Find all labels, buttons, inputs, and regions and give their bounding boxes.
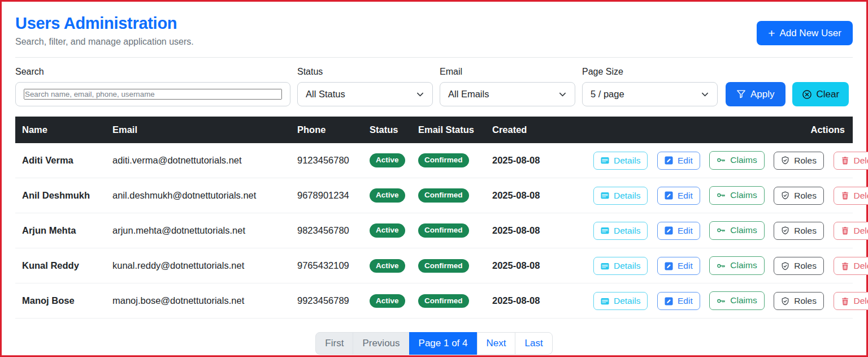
details-button[interactable]: Details	[593, 292, 648, 311]
edit-label: Edit	[678, 226, 693, 236]
row-actions: Details Edit Claims Roles Delete	[580, 283, 853, 319]
row-actions: Details Edit Claims Roles Delete	[580, 213, 853, 248]
user-created-date: 2025-08-08	[485, 213, 580, 248]
user-phone: 9123456780	[290, 143, 363, 178]
edit-label: Edit	[678, 296, 693, 307]
roles-label: Roles	[794, 296, 817, 307]
page-size-select[interactable]: 5 / page	[582, 82, 718, 106]
pagination-item-page-1-of-4[interactable]: Page 1 of 4	[409, 332, 478, 355]
card-text-icon	[601, 297, 609, 306]
users-table: Name Email Phone Status Email Status Cre…	[15, 117, 853, 319]
status-selected-value: All Status	[306, 89, 345, 100]
edit-button[interactable]: Edit	[657, 257, 700, 276]
search-control	[15, 82, 290, 106]
roles-button[interactable]: Roles	[774, 257, 824, 276]
claims-label: Claims	[730, 260, 757, 271]
status-badge: Active	[370, 294, 405, 308]
apply-filters-button[interactable]: Apply	[726, 82, 785, 106]
user-phone: 9678901234	[290, 178, 363, 213]
edit-button[interactable]: Edit	[657, 187, 700, 205]
add-new-user-button[interactable]: + Add New User	[757, 21, 853, 45]
table-row: Anil Deshmukh anil.deshmukh@dotnettutori…	[15, 178, 853, 213]
add-new-user-label: Add New User	[779, 28, 841, 39]
delete-button[interactable]: Delete	[834, 257, 868, 276]
header-divider	[15, 57, 853, 58]
claims-button[interactable]: Claims	[709, 291, 764, 310]
delete-button[interactable]: Delete	[834, 222, 868, 240]
details-button[interactable]: Details	[593, 257, 648, 276]
table-header: Name Email Phone Status Email Status Cre…	[15, 117, 853, 143]
edit-label: Edit	[678, 156, 693, 166]
table-row: Aditi Verma aditi.verma@dotnettutorials.…	[15, 143, 853, 178]
status-filter-group: Status All Status	[297, 67, 433, 106]
roles-button[interactable]: Roles	[774, 222, 824, 240]
page-header: Users Administration Search, filter, and…	[15, 14, 853, 47]
chevron-down-icon	[558, 90, 567, 98]
status-select[interactable]: All Status	[297, 82, 433, 106]
email-select[interactable]: All Emails	[440, 82, 575, 106]
page-subtitle: Search, filter, and manage application u…	[15, 37, 194, 47]
pagination-item-next[interactable]: Next	[477, 332, 516, 355]
status-badge: Active	[370, 259, 405, 273]
column-header-name: Name	[15, 117, 106, 143]
shield-check-icon	[781, 191, 789, 200]
key-icon	[717, 156, 726, 165]
roles-button[interactable]: Roles	[774, 187, 824, 205]
roles-label: Roles	[794, 191, 817, 201]
clear-filters-button[interactable]: Clear	[792, 82, 849, 106]
claims-button[interactable]: Claims	[709, 151, 764, 170]
roles-button[interactable]: Roles	[774, 152, 824, 170]
claims-button[interactable]: Claims	[709, 256, 764, 275]
pencil-square-icon	[665, 297, 673, 306]
edit-button[interactable]: Edit	[657, 292, 700, 311]
circle-x-icon	[802, 89, 812, 100]
edit-button[interactable]: Edit	[657, 152, 700, 170]
pencil-square-icon	[665, 156, 673, 165]
user-phone: 9765432109	[290, 248, 363, 283]
edit-button[interactable]: Edit	[657, 222, 700, 240]
details-button[interactable]: Details	[593, 187, 648, 205]
delete-button[interactable]: Delete	[834, 152, 868, 170]
row-actions: Details Edit Claims Roles Delete	[580, 178, 853, 213]
page-title: Users Administration	[15, 14, 194, 33]
email-filter-group: Email All Emails	[440, 67, 575, 106]
email-status-badge: Confirmed	[418, 223, 469, 238]
edit-label: Edit	[678, 191, 693, 201]
user-name: Manoj Bose	[15, 283, 106, 319]
page-heading-block: Users Administration Search, filter, and…	[15, 14, 194, 47]
status-badge: Active	[370, 153, 405, 167]
status-badge: Active	[370, 223, 405, 238]
trash-icon	[841, 191, 849, 200]
column-header-actions: Actions	[580, 117, 853, 143]
email-status-badge: Confirmed	[418, 259, 469, 273]
claims-label: Claims	[730, 155, 757, 166]
page-size-label: Page Size	[582, 67, 718, 77]
pagination: First Previous Page 1 of 4 Next Last	[315, 332, 552, 355]
details-label: Details	[614, 296, 640, 307]
details-button[interactable]: Details	[593, 152, 648, 170]
column-header-phone: Phone	[290, 117, 363, 143]
details-button[interactable]: Details	[593, 222, 648, 240]
delete-button[interactable]: Delete	[834, 292, 868, 311]
user-name: Kunal Reddy	[15, 248, 106, 283]
roles-button[interactable]: Roles	[774, 292, 824, 311]
table-row: Manoj Bose manoj.bose@dotnettutorials.ne…	[15, 283, 853, 319]
shield-check-icon	[781, 156, 789, 165]
delete-button[interactable]: Delete	[834, 187, 868, 205]
claims-button[interactable]: Claims	[709, 186, 764, 205]
row-actions: Details Edit Claims Roles Delete	[580, 248, 853, 283]
status-label: Status	[297, 67, 433, 77]
plus-icon: +	[768, 27, 775, 39]
card-text-icon	[601, 262, 609, 270]
claims-button[interactable]: Claims	[709, 221, 764, 240]
shield-check-icon	[781, 297, 789, 306]
user-email: arjun.mehta@dotnettutorials.net	[106, 213, 290, 248]
edit-label: Edit	[678, 261, 693, 272]
trash-icon	[841, 226, 849, 235]
delete-label: Delete	[854, 226, 868, 236]
claims-label: Claims	[730, 295, 757, 306]
pagination-item-last[interactable]: Last	[515, 332, 552, 355]
user-name: Anil Deshmukh	[15, 178, 106, 213]
user-created-date: 2025-08-08	[485, 248, 580, 283]
search-input[interactable]	[24, 89, 282, 100]
